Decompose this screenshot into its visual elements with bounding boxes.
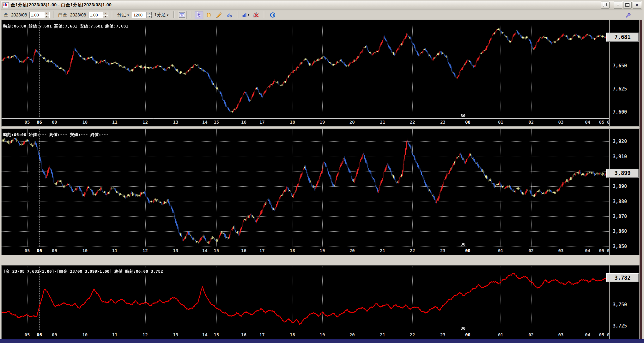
gold-candlestick-chart[interactable] bbox=[2, 20, 610, 119]
platinum-time-axis: 0506091011121314151617181920212223000102… bbox=[2, 247, 610, 255]
spread-line-chart[interactable] bbox=[2, 265, 610, 331]
price-tick-label: 3,920 bbox=[613, 139, 627, 144]
settings-wrench-button[interactable] bbox=[623, 11, 632, 19]
time-tick-label: 16 bbox=[241, 120, 246, 125]
price-tick-label: 7,650 bbox=[613, 63, 627, 69]
pen-tool[interactable] bbox=[225, 11, 234, 19]
toolbar-separator bbox=[173, 11, 174, 18]
time-tick-label: 13 bbox=[173, 332, 178, 337]
price-tick-label: 3,850 bbox=[613, 244, 627, 249]
time-tick-label: 16 bbox=[241, 332, 246, 337]
spin-down-icon[interactable]: ▼ bbox=[147, 15, 152, 18]
gold-ratio-value[interactable]: 1.00 bbox=[30, 12, 44, 18]
time-tick-label: 21 bbox=[380, 332, 385, 337]
gold-label: 金 bbox=[4, 12, 8, 18]
spin-down-icon[interactable]: ▼ bbox=[103, 15, 108, 18]
time-tick-label: 09 bbox=[52, 120, 57, 125]
window-title: 金1分足[2023/08]1.00 - 白金1分足[2023/08]1.00 bbox=[11, 2, 112, 8]
pointer-tool[interactable] bbox=[195, 11, 203, 19]
time-tick-label: 02 bbox=[528, 332, 534, 337]
time-tick-label: 14 bbox=[202, 248, 208, 253]
time-tick-label: 17 bbox=[259, 120, 265, 125]
price-tick-label: 3,860 bbox=[613, 228, 627, 234]
title-bar[interactable]: 金1分足[2023/08]1.00 - 白金1分足[2023/08]1.00 −… bbox=[1, 1, 642, 9]
time-tick-label: 11 bbox=[112, 120, 118, 125]
time-tick-label: 00 bbox=[465, 248, 471, 253]
bar-chart-icon bbox=[242, 12, 247, 18]
spread-chart-panel: [金 23/08 7,681×1.00]-[白金 23/08 3,899×1.0… bbox=[1, 265, 640, 339]
price-tick-label: 3,880 bbox=[613, 199, 627, 204]
spin-up-icon[interactable]: ▲ bbox=[103, 12, 108, 15]
panel-separator[interactable] bbox=[1, 255, 640, 265]
time-tick-label: 16 bbox=[241, 248, 246, 253]
time-tick-label: 17 bbox=[259, 248, 265, 253]
time-tick-label: 04 bbox=[585, 332, 590, 337]
time-tick-label: 12 bbox=[143, 248, 148, 253]
time-tick-label: 11 bbox=[112, 248, 118, 253]
cascade-icon bbox=[604, 3, 607, 7]
cascade-window-button[interactable] bbox=[601, 2, 610, 9]
platinum-month-select[interactable]: 2023/08 bbox=[70, 12, 86, 17]
pen-icon bbox=[226, 12, 232, 18]
time-tick-label: 06 bbox=[37, 120, 42, 125]
time-tick-label: 05 bbox=[599, 248, 605, 253]
toolbar-separator bbox=[112, 11, 113, 18]
platinum-candlestick-chart[interactable] bbox=[2, 129, 610, 247]
bar-count-spinner[interactable]: 1200 ▲▼ bbox=[132, 12, 152, 18]
period-type-select[interactable]: 分足▼ bbox=[117, 12, 130, 18]
interval-select[interactable]: 1分足▼ bbox=[154, 12, 169, 18]
toolbar-separator bbox=[237, 11, 238, 18]
spin-down-icon[interactable]: ▼ bbox=[44, 15, 49, 18]
time-tick-label: 03 bbox=[558, 248, 564, 253]
platinum-ratio-spinner[interactable]: 1.00 ▲▼ bbox=[88, 12, 108, 18]
time-tick-label: 14 bbox=[202, 120, 208, 125]
time-tick-label: 22 bbox=[410, 248, 415, 253]
refresh-tool[interactable]: R bbox=[269, 11, 277, 19]
minimize-icon: − bbox=[617, 3, 619, 8]
time-tick-label: 01 bbox=[498, 248, 503, 253]
minimize-button[interactable]: − bbox=[614, 2, 622, 9]
time-tick-label: 22 bbox=[410, 120, 415, 125]
pencil-tool[interactable] bbox=[215, 11, 223, 19]
time-tick-label: 15 bbox=[214, 332, 219, 337]
chart-type-tool[interactable]: ▼ bbox=[242, 11, 250, 19]
price-tick-label: 3,870 bbox=[613, 214, 627, 219]
price-tick-label: 3,890 bbox=[613, 184, 627, 189]
chart-toolbar: 金 2023/08 1.00 ▲▼ 白金 2023/08 1.00 ▲▼ 分足▼… bbox=[1, 10, 642, 20]
time-tick-label: 18 bbox=[290, 120, 295, 125]
time-tick-label: 09 bbox=[52, 332, 57, 337]
hand-tool[interactable] bbox=[205, 11, 213, 19]
time-tick-label: 19 bbox=[320, 248, 325, 253]
time-tick-label: 19 bbox=[320, 332, 325, 337]
close-button[interactable]: × bbox=[633, 2, 641, 9]
remove-indicator-tool[interactable] bbox=[252, 11, 260, 19]
maximize-button[interactable] bbox=[623, 2, 632, 9]
window-edge-strip bbox=[640, 20, 642, 339]
wrench-icon bbox=[624, 12, 631, 18]
toolbar-separator bbox=[264, 11, 265, 18]
gold-month-select[interactable]: 2023/08 bbox=[11, 12, 27, 17]
time-tick-label: 04 bbox=[585, 120, 590, 125]
spin-up-icon[interactable]: ▲ bbox=[147, 12, 152, 15]
remove-chart-icon bbox=[253, 12, 259, 18]
platinum-chart-panel: 時刻:06:00 始値:--- 高値:--- 安値:--- 終値:--- 30 … bbox=[1, 128, 640, 255]
time-tick-label: 01 bbox=[498, 332, 503, 337]
current-price-badge: 3,782 bbox=[606, 273, 639, 282]
maximize-icon bbox=[625, 3, 629, 7]
gold-ratio-spinner[interactable]: 1.00 ▲▼ bbox=[29, 12, 50, 18]
toolbar-separator bbox=[190, 11, 191, 18]
time-tick-label: 04 bbox=[585, 248, 590, 253]
gold-time-axis: 0506091011121314151617181920212223000102… bbox=[2, 119, 610, 126]
platinum-ratio-value[interactable]: 1.00 bbox=[88, 12, 103, 18]
bar-count-value[interactable]: 1200 bbox=[132, 12, 146, 18]
svg-text:R: R bbox=[273, 14, 275, 17]
taskbar-edge bbox=[0, 339, 644, 343]
crosshair-info-tool[interactable] bbox=[178, 11, 186, 19]
time-tick-label: 15 bbox=[214, 120, 219, 125]
time-tick-label: 06 bbox=[37, 248, 42, 253]
time-tick-label: 05 bbox=[599, 332, 605, 337]
gold-price-axis: 7,6507,6257,6007,681 bbox=[609, 20, 639, 126]
time-tick-label: 06 bbox=[37, 332, 42, 337]
spin-up-icon[interactable]: ▲ bbox=[44, 12, 49, 15]
time-tick-label: 23 bbox=[440, 120, 446, 125]
